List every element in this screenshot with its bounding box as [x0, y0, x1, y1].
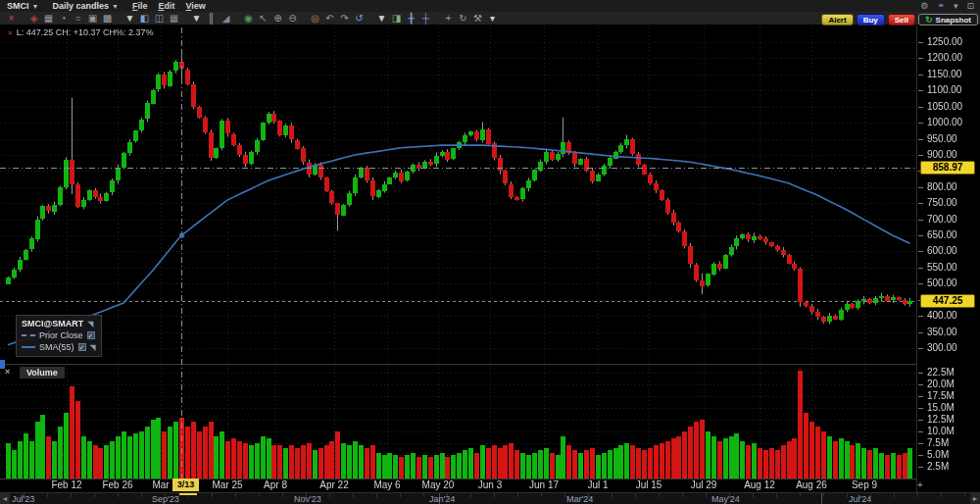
timeframe-label: Daily candles — [52, 1, 109, 11]
crosshair-icon[interactable]: ╂ — [404, 12, 418, 25]
price-tick-mark — [918, 155, 923, 156]
refresh-icon[interactable]: ↻ — [456, 12, 470, 25]
redo-icon[interactable]: ↷ — [337, 12, 352, 25]
study-legend: SMCI@SMART ◥ Prior Close ✓ SMA(55) ✓ ◥ — [16, 315, 102, 357]
price-axis-tag: 858.97 — [920, 161, 975, 175]
chevron-down-icon[interactable]: ▾ — [954, 1, 958, 11]
x-axis-label: Feb 12 — [37, 479, 96, 490]
hotspot-icon[interactable]: ◈ — [26, 12, 41, 25]
price-tick-mark — [918, 268, 923, 269]
chart-canvas[interactable] — [0, 0, 980, 504]
x-axis-label: Apr 8 — [246, 479, 305, 490]
scrollbar-label: Jul'23 — [12, 494, 34, 504]
more-dropdown-icon[interactable]: ▾ — [485, 12, 500, 25]
sma-checkbox[interactable]: ✓ — [78, 343, 86, 351]
price-tick-mark — [918, 220, 923, 221]
panel-icon[interactable]: ◨ — [389, 12, 404, 25]
volume-close-icon[interactable]: × — [5, 367, 10, 377]
scrollbar-label: Mar'24 — [566, 494, 593, 504]
cursor-icon[interactable]: ↖ — [256, 12, 270, 25]
menu-edit[interactable]: Edit — [158, 1, 174, 11]
legend-symbol: SMCI@SMART — [22, 319, 83, 328]
axis-plus-icon[interactable]: + — [917, 479, 923, 490]
price-tick-mark — [918, 42, 923, 43]
gear-icon[interactable]: ⚙ — [920, 1, 928, 11]
crosshair-date-tag: 3/13 — [172, 479, 199, 491]
price-tick-mark — [918, 123, 923, 124]
area-style-icon[interactable]: ◢ — [219, 12, 233, 25]
price-tick-label: 1250.00 — [927, 36, 962, 47]
zoom-in-icon[interactable]: ⊕ — [270, 12, 285, 25]
sync-icon[interactable]: ↺ — [352, 12, 367, 25]
thumbnail-grid-icon[interactable]: ▦ — [41, 12, 56, 25]
pie-tool-icon[interactable]: ◔ — [56, 12, 71, 25]
snapshot-button[interactable]: ↻ Snapshot — [918, 14, 978, 25]
layout-grid-icon[interactable]: ▦ — [167, 12, 181, 25]
price-tick-label: 500.00 — [927, 277, 957, 288]
timeframe-selector[interactable]: Daily candles ▼ — [52, 1, 118, 11]
legend-pin-icon[interactable]: ◥ — [87, 320, 93, 328]
menu-view[interactable]: View — [185, 1, 205, 11]
price-tick-mark — [918, 316, 923, 317]
target-icon[interactable]: ◎ — [308, 12, 322, 25]
scrollbar-label: May'24 — [711, 494, 740, 504]
volume-tick-mark — [918, 373, 923, 374]
layout-dropdown-icon[interactable]: ▼ — [189, 12, 204, 25]
alert-button[interactable]: Alert — [821, 14, 853, 25]
chart-window: SMCI ▼ Daily candles ▼ File Edit View ×◈… — [0, 0, 980, 504]
buy-button[interactable]: Buy — [857, 14, 885, 25]
x-axis-label: Jul 1 — [568, 479, 627, 490]
ellipse-tool-icon[interactable]: ○ — [71, 12, 85, 25]
quote-summary: × L: 447.25 CH: +10.37 CH%: 2.37% — [8, 27, 154, 37]
price-tick-mark — [918, 139, 923, 140]
wrench-icon[interactable]: ⚒ — [470, 12, 485, 25]
time-scrollbar[interactable]: ◄ ► Jul'23Sep'23Nov'23Jan'24Mar'24May'24… — [0, 492, 980, 504]
sma-settings-icon[interactable]: ◥ — [90, 343, 96, 352]
crosshair-alt-icon[interactable]: ┼ — [418, 12, 433, 25]
volume-tick-mark — [918, 384, 923, 385]
layout-single-icon[interactable]: ◧ — [137, 12, 152, 25]
undo-icon[interactable]: ↶ — [322, 12, 337, 25]
price-tick-label: 350.00 — [927, 327, 957, 337]
prior-close-checkbox[interactable]: ✓ — [87, 331, 95, 339]
volume-tick-label: 10.0M — [927, 426, 955, 436]
volume-pane-label[interactable]: Volume — [20, 367, 65, 378]
sphere-icon[interactable]: ◉ — [241, 12, 256, 25]
remove-chart-icon[interactable]: × — [4, 12, 19, 25]
price-tick-label: 800.00 — [927, 181, 957, 192]
bar-style-icon[interactable]: ║ — [204, 12, 219, 25]
volume-tick-mark — [918, 396, 923, 397]
plus-crosshair-icon[interactable]: + — [441, 12, 456, 25]
image-tool-icon[interactable]: ▣ — [85, 12, 100, 25]
price-tick-mark — [918, 235, 923, 236]
symbol-selector[interactable]: SMCI ▼ — [7, 1, 38, 11]
price-tick-label: 650.00 — [927, 229, 957, 240]
refresh-icon: ↻ — [925, 15, 933, 25]
volume-tick-mark — [918, 431, 923, 432]
dropdown-arrow-icon[interactable]: ▼ — [122, 12, 137, 25]
close-icon[interactable]: × — [8, 28, 13, 37]
price-tick-label: 1050.00 — [927, 101, 962, 112]
scroll-left-arrow[interactable]: ◄ — [0, 493, 10, 504]
volume-tick-label: 20.0M — [927, 378, 955, 389]
expand-icon[interactable]: ⊡ — [966, 1, 974, 11]
hatch-tool-icon[interactable]: ▩ — [100, 12, 115, 25]
tools-dropdown-icon[interactable]: ▼ — [374, 12, 389, 25]
volume-tick-mark — [918, 455, 923, 456]
volume-tick-label: 2.5M — [927, 461, 949, 472]
volume-tick-label: 15.0M — [927, 402, 955, 413]
zoom-out-icon[interactable]: ⊖ — [285, 12, 300, 25]
sell-button[interactable]: Sell — [888, 14, 915, 25]
x-axis-label: Aug 12 — [730, 479, 789, 490]
chevron-down-icon: ▼ — [32, 3, 39, 10]
link-icon[interactable]: ⚭ — [937, 1, 945, 11]
menu-file[interactable]: File — [132, 1, 148, 11]
x-axis-label: Jun 17 — [514, 479, 573, 490]
trade-buttons: Alert Buy Sell ↻ Snapshot — [821, 14, 978, 25]
price-tick-label: 700.00 — [927, 214, 957, 225]
scroll-right-arrow[interactable]: ► — [970, 493, 980, 504]
menu-bar: SMCI ▼ Daily candles ▼ File Edit View — [0, 0, 980, 12]
price-tick-mark — [918, 187, 923, 188]
x-axis-label: Jul 29 — [674, 479, 733, 490]
layout-split-icon[interactable]: ◫ — [152, 12, 167, 25]
